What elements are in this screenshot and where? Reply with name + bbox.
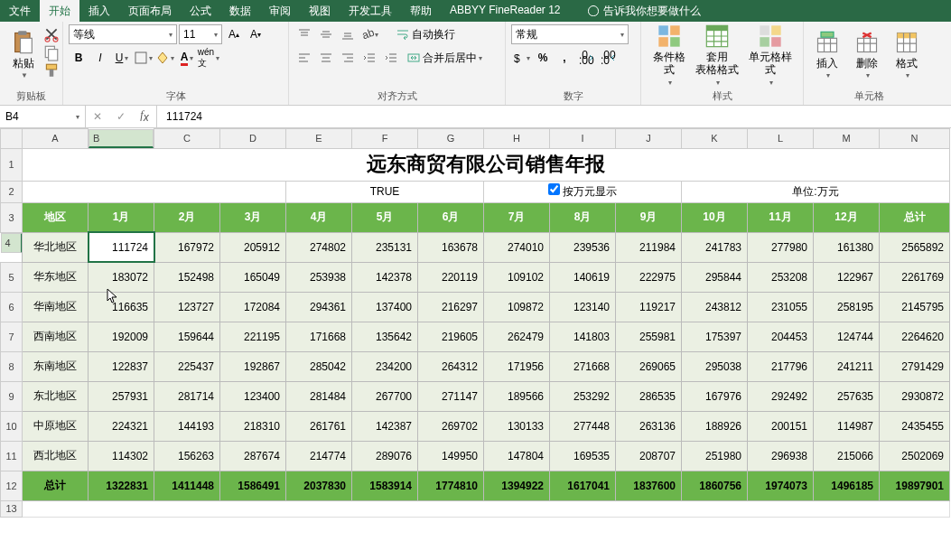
align-center-icon[interactable]: [316, 48, 336, 68]
data-cell[interactable]: 287674: [220, 441, 286, 471]
data-cell[interactable]: 262479: [484, 322, 550, 351]
data-cell[interactable]: 277980: [748, 232, 814, 262]
total-cell[interactable]: 1617041: [550, 471, 616, 500]
decrease-decimal-icon[interactable]: .00.0: [598, 48, 618, 68]
data-cell[interactable]: 251980: [682, 441, 748, 471]
data-cell[interactable]: 264312: [418, 351, 484, 381]
data-cell[interactable]: 2791429: [880, 351, 950, 381]
data-cell[interactable]: 221195: [220, 322, 286, 351]
data-cell[interactable]: 119217: [616, 292, 682, 322]
insert-cells-button[interactable]: 插入▾: [809, 24, 845, 86]
data-cell[interactable]: 205912: [220, 232, 286, 262]
col-header[interactable]: J: [616, 129, 682, 149]
col-header[interactable]: H: [484, 129, 550, 149]
data-cell[interactable]: 192867: [220, 351, 286, 381]
data-cell[interactable]: 183072: [89, 262, 154, 292]
wan-checkbox[interactable]: [548, 183, 560, 195]
tab-file[interactable]: 文件: [0, 0, 40, 22]
data-cell[interactable]: 271147: [418, 381, 484, 411]
font-family-select[interactable]: 等线▾: [69, 24, 177, 44]
data-cell[interactable]: 218310: [220, 411, 286, 441]
data-cell[interactable]: 211984: [616, 232, 682, 262]
data-cell[interactable]: 267700: [352, 381, 418, 411]
tab-dev[interactable]: 开发工具: [340, 0, 401, 22]
row-header[interactable]: 1: [1, 148, 23, 181]
data-cell[interactable]: 269065: [616, 351, 682, 381]
indent-decrease-icon[interactable]: [359, 48, 379, 68]
data-cell[interactable]: 241211: [814, 351, 880, 381]
checkbox-cell[interactable]: 按万元显示: [484, 181, 682, 202]
data-cell[interactable]: 285042: [286, 351, 352, 381]
data-cell[interactable]: 258195: [814, 292, 880, 322]
region-cell[interactable]: 华东地区: [23, 262, 89, 292]
total-cell[interactable]: 总计: [23, 471, 89, 500]
data-cell[interactable]: 253208: [748, 262, 814, 292]
cut-icon[interactable]: [43, 26, 60, 42]
row-header[interactable]: 7: [1, 322, 23, 351]
data-cell[interactable]: 130133: [484, 411, 550, 441]
font-size-select[interactable]: 11▾: [179, 24, 222, 44]
col-header[interactable]: [1, 129, 23, 149]
data-cell[interactable]: 289076: [352, 441, 418, 471]
data-cell[interactable]: 261761: [286, 411, 352, 441]
data-cell[interactable]: 274010: [484, 232, 550, 262]
align-left-icon[interactable]: [294, 48, 314, 68]
col-header[interactable]: B: [89, 129, 154, 148]
row-header[interactable]: 6: [1, 292, 23, 322]
phonetic-button[interactable]: wén文▾: [199, 48, 219, 68]
data-cell[interactable]: 222975: [616, 262, 682, 292]
format-painter-icon[interactable]: [43, 62, 60, 79]
data-cell[interactable]: 2435455: [880, 411, 950, 441]
data-cell[interactable]: 225437: [154, 351, 220, 381]
tab-review[interactable]: 审阅: [260, 0, 300, 22]
data-cell[interactable]: 140619: [550, 262, 616, 292]
format-cells-button[interactable]: 格式▾: [889, 24, 925, 86]
delete-cells-button[interactable]: 删除▾: [849, 24, 885, 86]
tab-abbyy[interactable]: ABBYY FineReader 12: [441, 0, 570, 22]
total-cell[interactable]: 1586491: [220, 471, 286, 500]
data-cell[interactable]: 257635: [814, 381, 880, 411]
number-format-select[interactable]: 常规▾: [511, 24, 629, 44]
data-cell[interactable]: 263136: [616, 411, 682, 441]
data-cell[interactable]: 123400: [220, 381, 286, 411]
col-header[interactable]: N: [880, 129, 950, 149]
data-cell[interactable]: 141803: [550, 322, 616, 351]
decrease-font-icon[interactable]: A▾: [246, 24, 266, 44]
tab-view[interactable]: 视图: [300, 0, 340, 22]
col-header[interactable]: M: [814, 129, 880, 149]
data-cell[interactable]: 255981: [616, 322, 682, 351]
data-cell[interactable]: 204453: [748, 322, 814, 351]
data-cell[interactable]: 192009: [89, 322, 154, 351]
data-cell[interactable]: 189566: [484, 381, 550, 411]
data-cell[interactable]: 161380: [814, 232, 880, 262]
row-header[interactable]: 11: [1, 441, 23, 471]
total-cell[interactable]: 1583914: [352, 471, 418, 500]
data-cell[interactable]: 111724: [89, 232, 154, 262]
col-header[interactable]: F: [352, 129, 418, 149]
data-cell[interactable]: 215066: [814, 441, 880, 471]
underline-button[interactable]: U▾: [112, 48, 132, 68]
data-cell[interactable]: 144193: [154, 411, 220, 441]
data-cell[interactable]: 114302: [89, 441, 154, 471]
data-cell[interactable]: 219605: [418, 322, 484, 351]
tell-me[interactable]: 告诉我你想要做什么: [579, 0, 710, 22]
total-cell[interactable]: 1496185: [814, 471, 880, 500]
data-cell[interactable]: 295844: [682, 262, 748, 292]
total-cell[interactable]: 1394922: [484, 471, 550, 500]
data-cell[interactable]: 165049: [220, 262, 286, 292]
data-cell[interactable]: 149950: [418, 441, 484, 471]
cond-format-button[interactable]: 条件格式▾: [647, 24, 692, 86]
comma-icon[interactable]: ,: [555, 48, 574, 68]
region-cell[interactable]: 华北地区: [23, 232, 89, 262]
table-format-button[interactable]: 套用 表格格式▾: [695, 24, 741, 86]
col-header[interactable]: A: [23, 129, 89, 149]
font-color-button[interactable]: A▾: [177, 48, 197, 68]
data-cell[interactable]: 253938: [286, 262, 352, 292]
tab-insert[interactable]: 插入: [79, 0, 119, 22]
data-cell[interactable]: 124744: [814, 322, 880, 351]
data-cell[interactable]: 167972: [154, 232, 220, 262]
data-cell[interactable]: 220119: [418, 262, 484, 292]
name-box[interactable]: B4▾: [0, 106, 86, 127]
data-cell[interactable]: 171956: [484, 351, 550, 381]
data-cell[interactable]: 172084: [220, 292, 286, 322]
